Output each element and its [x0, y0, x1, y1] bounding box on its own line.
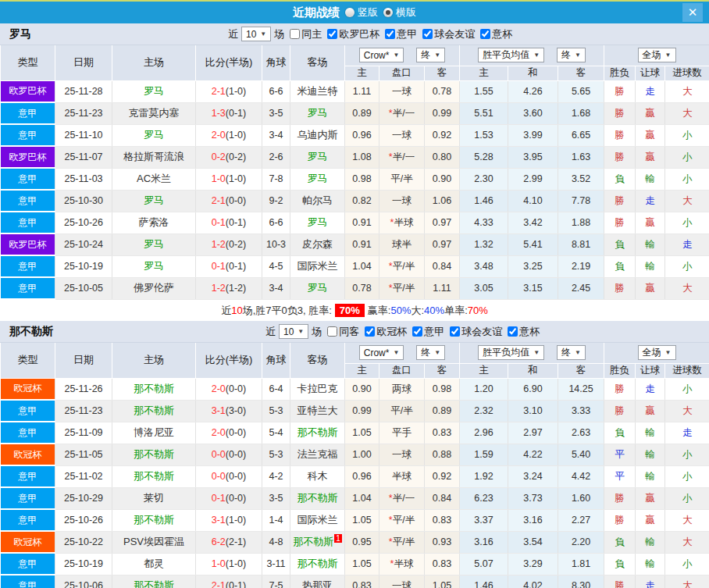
radio-horizontal-layout[interactable]: 横版	[383, 5, 416, 20]
league-checkbox[interactable]	[385, 29, 395, 39]
handicap-home-odds: 1.05	[345, 553, 379, 575]
radio-icon[interactable]	[345, 8, 354, 17]
home-team: PSV埃因霍温	[112, 531, 196, 553]
handicap-outcome: 輸	[636, 444, 665, 465]
radio-icon[interactable]	[383, 8, 393, 17]
away-team-name: 国际米兰	[297, 514, 338, 526]
handicap-away-odds: 0.97	[425, 233, 460, 255]
competition-badge: 欧罗巴杯	[1, 233, 55, 255]
competition-badge: 欧罗巴杯	[1, 146, 55, 168]
away-team: 那不勒斯1	[290, 531, 345, 553]
chevron-down-icon: ▼	[533, 349, 540, 356]
match-date: 25-10-30	[55, 190, 112, 212]
handicap-line: 平手	[379, 422, 425, 444]
odds-provider-select[interactable]: Crow*▼	[359, 48, 404, 62]
avg-draw-odds: 2.97	[508, 422, 558, 444]
odds-provider-select[interactable]: Crow*▼	[359, 345, 404, 360]
match-count-select[interactable]: 10▼	[279, 324, 308, 339]
filter-bar: 近 10▼ 场 同客 欧冠杯意甲球会友谊意杯	[265, 324, 540, 339]
summary-part: 场,胜7平0负3, 胜率:	[243, 304, 332, 318]
league-filter[interactable]: 意甲	[412, 325, 444, 339]
chevron-down-icon: ▼	[575, 349, 581, 356]
result-outcome: 勝	[604, 509, 636, 531]
league-filter[interactable]: 欧冠杯	[365, 325, 407, 339]
avg-away-odds: 14.25	[558, 378, 604, 400]
league-checkbox[interactable]	[327, 29, 337, 39]
same-venue-filter[interactable]: 同客	[327, 325, 359, 339]
result-outcome: 勝	[604, 277, 636, 299]
league-label: 意甲	[397, 27, 417, 41]
avg-home-odds: 3.16	[460, 531, 508, 553]
halftime-score: (0-1)	[226, 108, 246, 119]
sub-header-lose: 客	[558, 363, 604, 378]
avg-home-odds: 3.37	[460, 509, 508, 531]
league-checkbox[interactable]	[450, 326, 460, 337]
handicap-line: *平/半	[379, 531, 425, 553]
score: 0-2(0-2)	[196, 146, 262, 168]
handicap-away-odds: 0.92	[425, 124, 460, 146]
competition-badge: 意甲	[1, 277, 55, 299]
summary-part: 近	[221, 304, 231, 318]
chevron-down-icon: ▼	[393, 349, 399, 356]
final-odds-select[interactable]: 终▼	[416, 345, 445, 360]
league-filter[interactable]: 意甲	[385, 27, 417, 41]
fulltime-select[interactable]: 全场▼	[638, 345, 676, 360]
chevron-down-icon: ▼	[434, 349, 440, 356]
halftime-score: (0-0)	[226, 493, 246, 504]
close-button[interactable]: ✕	[682, 3, 703, 22]
same-venue-filter[interactable]: 同主	[290, 27, 322, 41]
filter-bar: 近 10▼ 场 同主 欧罗巴杯意甲球会友谊意杯	[228, 27, 512, 41]
league-filter[interactable]: 球会友谊	[450, 325, 502, 339]
avg-odds-select[interactable]: 胜平负均值▼	[478, 48, 544, 62]
corners: 7-8	[262, 168, 290, 190]
match-count-select[interactable]: 10▼	[241, 27, 271, 41]
away-team-badge: 1	[334, 534, 342, 543]
same-venue-checkbox[interactable]	[327, 326, 337, 337]
handicap-line: *半球	[379, 212, 425, 233]
match-row: 欧冠杯 25-11-05 那不勒斯 0-0(0-0) 5-3 法兰克福 1.00…	[1, 444, 709, 465]
radio-vertical-layout[interactable]: 竖版	[345, 5, 378, 20]
match-row: 意甲 25-11-02 那不勒斯 0-0(0-0) 4-2 科木 0.96 半球…	[1, 465, 709, 487]
away-team: 法兰克福	[290, 444, 345, 465]
handicap-outcome: 走	[636, 190, 665, 212]
chevron-down-icon: ▼	[575, 52, 581, 59]
final-odds-select-2[interactable]: 终▼	[557, 345, 586, 360]
league-checkbox[interactable]	[412, 326, 422, 337]
avg-home-odds: 2.32	[460, 400, 508, 422]
away-team-name: 科木	[308, 470, 328, 482]
avg-away-odds: 6.65	[558, 124, 604, 146]
final-odds-value: 终	[421, 346, 430, 359]
sub-header-result: 胜负	[604, 363, 636, 378]
final-odds-select[interactable]: 终▼	[416, 48, 445, 62]
league-filter[interactable]: 意杯	[508, 325, 540, 339]
goals-outcome: 小	[665, 553, 709, 575]
league-checkbox[interactable]	[480, 29, 490, 39]
goals-outcome: 走	[665, 233, 709, 255]
final-odds-select-2[interactable]: 终▼	[557, 48, 586, 62]
avg-draw-odds: 4.10	[508, 190, 558, 212]
corners: 6-4	[262, 378, 290, 400]
handicap-home-odds: 0.90	[345, 378, 379, 400]
chevron-down-icon: ▼	[260, 30, 266, 37]
league-label: 欧罗巴杯	[339, 27, 379, 41]
league-checkbox[interactable]	[422, 29, 433, 39]
matches-tbody: 欧冠杯 25-11-26 那不勒斯 2-0(0-0) 6-4 卡拉巴克 0.90…	[1, 378, 709, 588]
league-filter[interactable]: 欧罗巴杯	[327, 27, 379, 41]
away-team: 国际米兰	[290, 255, 345, 277]
league-checkbox[interactable]	[508, 326, 518, 337]
avg-draw-odds: 3.24	[508, 465, 558, 487]
fulltime-score: 6-2	[212, 536, 226, 547]
away-team-name: 米迪兰特	[297, 85, 338, 97]
handicap-line: 平/半	[379, 400, 425, 422]
handicap-home-odds: 1.05	[345, 422, 379, 444]
same-venue-checkbox[interactable]	[290, 29, 300, 39]
sub-header-line: 盘口	[379, 66, 425, 80]
league-filter[interactable]: 球会友谊	[422, 27, 475, 41]
avg-home-odds: 1.32	[460, 233, 508, 255]
league-filter[interactable]: 意杯	[480, 27, 512, 41]
league-checkbox[interactable]	[365, 326, 375, 337]
avg-odds-select[interactable]: 胜平负均值▼	[478, 345, 544, 360]
same-venue-label: 同主	[301, 27, 322, 41]
fulltime-select[interactable]: 全场▼	[638, 48, 676, 62]
goals-outcome: 大	[665, 575, 709, 588]
